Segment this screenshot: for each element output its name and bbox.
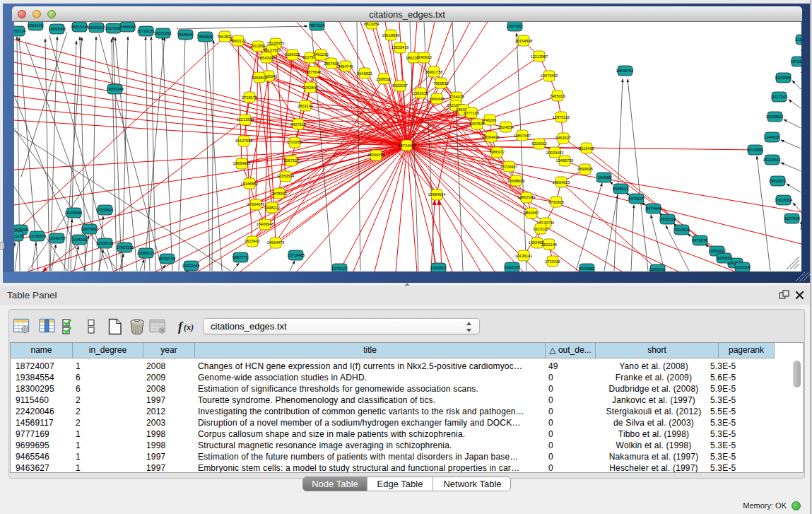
svg-text:1733426: 1733426 xyxy=(545,259,560,264)
svg-text:11156829: 11156829 xyxy=(29,234,46,238)
svg-text:13495759: 13495759 xyxy=(556,158,574,163)
svg-text:12213383: 12213383 xyxy=(237,117,254,122)
svg-text:8660123: 8660123 xyxy=(230,39,246,43)
svg-text:15226055: 15226055 xyxy=(267,41,285,45)
svg-text:10807487: 10807487 xyxy=(514,134,531,138)
svg-text:1362615: 1362615 xyxy=(413,91,428,95)
svg-text:9115460: 9115460 xyxy=(579,146,594,151)
svg-text:7515546: 7515546 xyxy=(177,33,193,37)
svg-text:2803144: 2803144 xyxy=(298,104,313,108)
svg-text:1075327: 1075327 xyxy=(331,267,347,271)
svg-text:6466160: 6466160 xyxy=(120,25,136,29)
svg-text:2245061: 2245061 xyxy=(649,267,665,271)
svg-text:1167534: 1167534 xyxy=(784,216,799,221)
svg-text:10958107: 10958107 xyxy=(137,251,155,255)
svg-text:3678352: 3678352 xyxy=(271,192,287,196)
svg-text:1700680: 1700680 xyxy=(287,140,302,144)
svg-text:1112485: 1112485 xyxy=(796,37,801,42)
svg-text:5461233: 5461233 xyxy=(313,52,329,57)
svg-text:1145191: 1145191 xyxy=(72,238,87,242)
svg-text:2522140: 2522140 xyxy=(541,243,557,247)
svg-text:19975867: 19975867 xyxy=(81,227,99,231)
svg-text:12923448: 12923448 xyxy=(182,264,200,268)
svg-text:9657771: 9657771 xyxy=(233,255,248,259)
svg-text:2718179: 2718179 xyxy=(242,95,257,100)
svg-text:13325419: 13325419 xyxy=(392,45,409,49)
svg-text:9146821: 9146821 xyxy=(357,71,372,76)
svg-text:16671355: 16671355 xyxy=(154,31,172,35)
svg-text:9794028: 9794028 xyxy=(449,95,464,99)
svg-text:9242848: 9242848 xyxy=(302,86,318,90)
svg-text:1875645: 1875645 xyxy=(306,70,322,74)
svg-text:15692971: 15692971 xyxy=(769,179,787,183)
svg-text:1833300: 1833300 xyxy=(735,265,751,269)
svg-text:9840067: 9840067 xyxy=(524,211,539,215)
svg-text:15751074: 15751074 xyxy=(791,59,801,64)
svg-text:16107553: 16107553 xyxy=(235,139,253,143)
svg-text:15720407: 15720407 xyxy=(500,165,518,169)
svg-text:9777169: 9777169 xyxy=(464,111,479,115)
svg-text:12505195: 12505195 xyxy=(96,241,114,245)
svg-text:1990448: 1990448 xyxy=(429,97,445,101)
svg-text:1588520: 1588520 xyxy=(376,77,392,81)
svg-text:2069140: 2069140 xyxy=(28,23,43,28)
svg-text:17957255: 17957255 xyxy=(117,245,134,250)
svg-text:9396812: 9396812 xyxy=(252,76,267,80)
svg-text:13716485: 13716485 xyxy=(288,253,305,257)
svg-text:2935114: 2935114 xyxy=(660,217,675,221)
svg-text:9463627: 9463627 xyxy=(555,136,571,140)
svg-text:8454749: 8454749 xyxy=(338,64,353,69)
svg-text:9227343: 9227343 xyxy=(772,95,787,99)
svg-text:12353594: 12353594 xyxy=(277,174,295,178)
svg-text:7485003: 7485003 xyxy=(550,94,565,98)
svg-text:1527602: 1527602 xyxy=(105,26,121,30)
svg-text:19654923: 19654923 xyxy=(553,180,570,185)
svg-text:10688609: 10688609 xyxy=(507,179,525,183)
svg-text:19218596: 19218596 xyxy=(382,33,400,37)
svg-text:10719155: 10719155 xyxy=(137,29,155,33)
svg-text:9245652: 9245652 xyxy=(717,256,732,260)
svg-text:17004676: 17004676 xyxy=(247,202,265,206)
svg-text:18300295: 18300295 xyxy=(367,153,385,157)
svg-text:12975115: 12975115 xyxy=(553,115,570,119)
svg-text:8186325: 8186325 xyxy=(285,52,300,57)
svg-text:14914479: 14914479 xyxy=(267,240,285,245)
svg-text:1640910: 1640910 xyxy=(416,55,432,59)
svg-text:7632621: 7632621 xyxy=(674,228,690,232)
svg-text:7625402: 7625402 xyxy=(245,239,260,243)
svg-text:7986372: 7986372 xyxy=(489,150,505,154)
svg-text:746206: 746206 xyxy=(483,118,497,122)
svg-text:20691406: 20691406 xyxy=(49,27,66,31)
svg-text:7857224: 7857224 xyxy=(309,23,324,28)
svg-text:17359924: 17359924 xyxy=(96,208,114,212)
svg-text:6216012: 6216012 xyxy=(531,141,547,146)
svg-text:20364436: 20364436 xyxy=(483,135,500,139)
svg-text:16210643: 16210643 xyxy=(763,158,781,162)
svg-text:1615112: 1615112 xyxy=(533,227,548,231)
svg-text:9345882: 9345882 xyxy=(579,267,594,271)
svg-text:8938913: 8938913 xyxy=(613,187,628,191)
svg-text:26913416: 26913416 xyxy=(71,25,89,29)
svg-text:6497508: 6497508 xyxy=(469,122,485,126)
svg-text:8322037: 8322037 xyxy=(392,83,408,88)
svg-text:2087682: 2087682 xyxy=(507,24,522,28)
svg-text:8471676: 8471676 xyxy=(692,238,707,243)
svg-text:10654112: 10654112 xyxy=(709,249,726,253)
svg-text:16782759: 16782759 xyxy=(158,257,176,261)
svg-text:3624554: 3624554 xyxy=(498,125,514,129)
svg-text:1244415: 1244415 xyxy=(764,135,779,139)
svg-text:3267110: 3267110 xyxy=(283,158,298,163)
svg-text:17016504: 17016504 xyxy=(775,198,793,202)
svg-text:16409948: 16409948 xyxy=(257,222,274,226)
svg-text:8813054: 8813054 xyxy=(364,22,379,26)
svg-text:14055724: 14055724 xyxy=(14,29,25,33)
svg-text:16648754: 16648754 xyxy=(616,69,634,73)
svg-text:9699695: 9699695 xyxy=(577,167,593,171)
svg-text:19166852: 19166852 xyxy=(241,182,259,186)
svg-text:10653267: 10653267 xyxy=(88,25,105,30)
svg-text:20206556: 20206556 xyxy=(65,211,83,215)
svg-text:16127507: 16127507 xyxy=(264,48,281,52)
svg-text:f: f xyxy=(178,320,184,334)
svg-text:10025483: 10025483 xyxy=(546,151,564,155)
svg-text:1533457: 1533457 xyxy=(430,266,446,270)
